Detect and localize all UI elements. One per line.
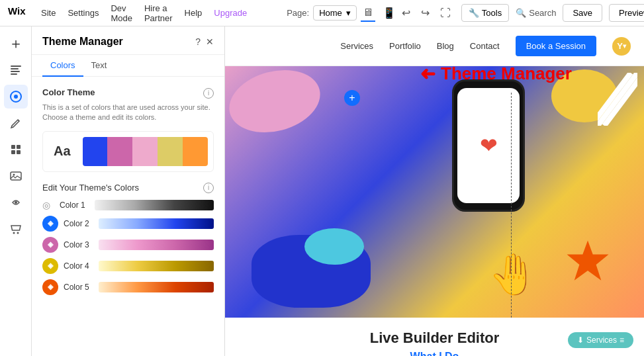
hero-section: ❤ 🤚 + bbox=[225, 66, 644, 318]
header-icons: ? ✕ bbox=[195, 36, 214, 47]
color-label-3: Color 3 bbox=[64, 240, 93, 249]
save-button[interactable]: Save bbox=[563, 4, 602, 22]
color-row-4: ◈ Color 4 bbox=[42, 258, 214, 274]
tab-colors[interactable]: Colors bbox=[42, 55, 83, 77]
color-strip bbox=[83, 137, 208, 166]
redo-button[interactable]: ↪ bbox=[417, 4, 434, 22]
sidebar-pages-icon[interactable] bbox=[4, 58, 28, 82]
phone-mockup: ❤ bbox=[452, 79, 525, 212]
tools-button[interactable]: 🔧 Tools bbox=[461, 4, 509, 22]
svg-text:Wix: Wix bbox=[8, 5, 26, 17]
nav-settings[interactable]: Settings bbox=[68, 8, 99, 18]
color-swatch-5[interactable]: ◈ bbox=[42, 279, 58, 295]
search-button[interactable]: 🔍 Search bbox=[516, 8, 556, 18]
canvas: ➜ Theme Manager Services Portfolio Blog … bbox=[225, 26, 644, 356]
sub-title: What I Do bbox=[237, 351, 632, 356]
site-nav-contact[interactable]: Contact bbox=[470, 41, 500, 51]
phone-screen: ❤ bbox=[457, 88, 520, 204]
color-theme-header: Color Theme i bbox=[42, 87, 214, 99]
color-theme-title: Color Theme bbox=[42, 87, 95, 97]
color-gradient-5[interactable] bbox=[99, 282, 214, 292]
color-swatch-4[interactable]: ◈ bbox=[42, 258, 58, 274]
site-nav-services[interactable]: Services bbox=[340, 41, 373, 51]
hero-shape-starburst bbox=[565, 238, 611, 285]
nav-help[interactable]: Help bbox=[185, 8, 203, 18]
hand-emoji: 🤚 bbox=[488, 251, 538, 298]
strip-color-4 bbox=[158, 137, 183, 166]
sidebar-apps-icon[interactable] bbox=[4, 138, 28, 161]
site-nav: Services Portfolio Blog Contact Book a S… bbox=[225, 26, 644, 66]
color-row-3: ◈ Color 3 bbox=[42, 237, 214, 253]
nav-dev-mode[interactable]: Dev Mode bbox=[111, 3, 132, 23]
strip-color-1 bbox=[83, 137, 108, 166]
device-icons: 🖥 📱 bbox=[361, 5, 398, 22]
svg-rect-8 bbox=[17, 145, 21, 149]
svg-line-16 bbox=[598, 73, 637, 126]
nav-hire-partner[interactable]: Hire a Partner bbox=[144, 3, 173, 23]
mobile-icon[interactable]: 📱 bbox=[381, 5, 398, 21]
heart-icon: ❤ bbox=[480, 133, 498, 158]
undo-redo: ↩ ↪ ⛶ bbox=[398, 4, 455, 22]
svg-point-14 bbox=[13, 232, 15, 234]
close-icon[interactable]: ✕ bbox=[206, 36, 214, 47]
color-theme-info-icon[interactable]: i bbox=[203, 88, 214, 99]
preview-button[interactable]: Preview bbox=[609, 4, 644, 22]
sidebar-store-icon[interactable] bbox=[4, 217, 28, 241]
nav-site[interactable]: Site bbox=[41, 8, 56, 18]
top-bar: Wix Site Settings Dev Mode Hire a Partne… bbox=[0, 0, 644, 26]
svg-rect-11 bbox=[11, 172, 21, 180]
sidebar-edit-icon[interactable] bbox=[4, 111, 28, 135]
color-gradient-1[interactable] bbox=[95, 200, 214, 210]
nav-upgrade[interactable]: Upgrade bbox=[214, 8, 247, 18]
sidebar-add-icon[interactable]: ＋ bbox=[4, 32, 28, 56]
color-row-1: ◎ Color 1 bbox=[42, 200, 214, 210]
wand-icon-1[interactable]: ◎ bbox=[42, 200, 54, 210]
svg-rect-1 bbox=[11, 66, 21, 67]
svg-point-6 bbox=[14, 95, 18, 99]
add-element-button[interactable]: + bbox=[344, 90, 360, 106]
tab-text[interactable]: Text bbox=[83, 55, 115, 77]
services-float-button[interactable]: ⬇ Services ≡ bbox=[568, 332, 633, 348]
sidebar-blog-icon[interactable] bbox=[4, 191, 28, 214]
color-gradient-3[interactable] bbox=[99, 240, 214, 250]
desktop-icon[interactable]: 🖥 bbox=[361, 5, 375, 22]
help-icon[interactable]: ? bbox=[195, 36, 201, 47]
color-row-2: ◈ Color 2 bbox=[42, 216, 214, 232]
zoom-button[interactable]: ⛶ bbox=[436, 4, 455, 22]
color-swatch-3[interactable]: ◈ bbox=[42, 237, 58, 253]
strip-color-5 bbox=[183, 137, 208, 166]
sidebar-media-icon[interactable] bbox=[4, 164, 28, 188]
edit-colors-title: Edit Your Theme's Colors bbox=[42, 183, 139, 193]
sidebar-theme-icon[interactable] bbox=[4, 85, 28, 109]
top-bar-left: Wix Site Settings Dev Mode Hire a Partne… bbox=[8, 3, 247, 23]
strip-color-2 bbox=[107, 137, 132, 166]
theme-preview[interactable]: Aa bbox=[42, 131, 214, 172]
main-area: ＋ Theme Manager ? ✕ bbox=[0, 26, 644, 356]
color-label-5: Color 5 bbox=[64, 283, 93, 292]
dashed-line-1 bbox=[511, 93, 512, 318]
svg-rect-9 bbox=[11, 150, 15, 154]
svg-point-12 bbox=[13, 174, 15, 176]
color-label-1: Color 1 bbox=[60, 200, 89, 210]
site-nav-blog[interactable]: Blog bbox=[437, 41, 454, 51]
color-gradient-4[interactable] bbox=[99, 261, 214, 271]
book-session-button[interactable]: Book a Session bbox=[516, 36, 596, 56]
color-swatch-2[interactable]: ◈ bbox=[42, 216, 58, 232]
svg-point-15 bbox=[17, 232, 19, 234]
website-preview: Services Portfolio Blog Contact Book a S… bbox=[225, 26, 644, 356]
strip-color-3 bbox=[132, 137, 158, 166]
site-nav-portfolio[interactable]: Portfolio bbox=[389, 41, 421, 51]
svg-rect-4 bbox=[11, 73, 17, 75]
edit-colors-info-icon[interactable]: i bbox=[203, 183, 214, 193]
color-label-4: Color 4 bbox=[64, 261, 93, 271]
panel-content: Color Theme i This is a set of colors th… bbox=[32, 77, 224, 356]
svg-rect-10 bbox=[17, 150, 21, 154]
svg-rect-3 bbox=[11, 71, 20, 72]
undo-button[interactable]: ↩ bbox=[398, 4, 414, 22]
color-gradient-2[interactable] bbox=[99, 218, 214, 229]
page-selector[interactable]: Home ▾ bbox=[313, 5, 357, 21]
theme-panel-header: Theme Manager ? ✕ bbox=[32, 26, 224, 55]
page-label: Page: bbox=[287, 8, 309, 18]
color-row-5: ◈ Color 5 bbox=[42, 279, 214, 295]
user-avatar[interactable]: Y ▾ bbox=[612, 37, 631, 56]
